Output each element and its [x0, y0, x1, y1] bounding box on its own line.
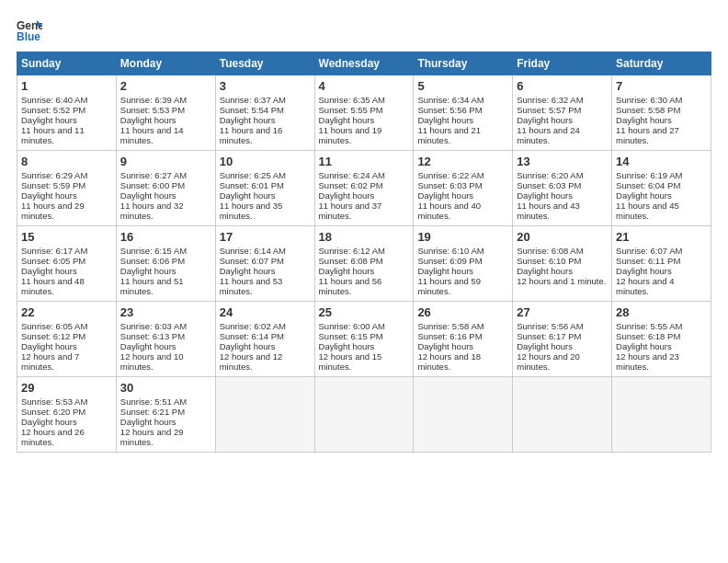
sunrise: Sunrise: 6:32 AM [517, 95, 583, 105]
daylight-label: Daylight hours [616, 341, 672, 351]
day-number: 4 [319, 79, 410, 93]
day-cell: 13Sunrise: 6:20 AMSunset: 6:03 PMDayligh… [513, 151, 612, 226]
day-number: 26 [417, 305, 508, 319]
day-number: 24 [220, 305, 311, 319]
day-cell: 27Sunrise: 5:56 AMSunset: 6:17 PMDayligh… [513, 302, 612, 377]
daylight-value: 11 hours and 29 minutes. [21, 201, 85, 221]
daylight-value: 12 hours and 7 minutes. [21, 351, 79, 372]
logo: General Blue [17, 17, 46, 42]
sunset: Sunset: 6:05 PM [21, 256, 85, 266]
day-cell: 24Sunrise: 6:02 AMSunset: 6:14 PMDayligh… [215, 302, 314, 377]
daylight-label: Daylight hours [417, 266, 473, 276]
daylight-label: Daylight hours [120, 341, 176, 351]
sunset: Sunset: 6:18 PM [616, 331, 680, 341]
daylight-value: 12 hours and 10 minutes. [120, 351, 184, 372]
page: General Blue SundayMondayTuesdayWednesda… [0, 0, 728, 563]
day-number: 29 [21, 381, 112, 395]
header-tuesday: Tuesday [215, 52, 314, 75]
day-number: 30 [120, 381, 211, 395]
daylight-label: Daylight hours [21, 190, 77, 201]
day-number: 12 [417, 155, 508, 168]
sunset: Sunset: 5:54 PM [220, 105, 284, 115]
daylight-value: 11 hours and 45 minutes. [616, 201, 679, 221]
day-number: 22 [21, 305, 112, 319]
day-number: 21 [616, 230, 707, 244]
daylight-value: 11 hours and 48 minutes. [21, 276, 85, 296]
day-cell: 23Sunrise: 6:03 AMSunset: 6:13 PMDayligh… [116, 302, 215, 377]
sunrise: Sunrise: 5:56 AM [517, 321, 583, 331]
sunset: Sunset: 6:11 PM [616, 256, 680, 266]
day-cell: 25Sunrise: 6:00 AMSunset: 6:15 PMDayligh… [314, 302, 414, 377]
daylight-label: Daylight hours [21, 417, 77, 427]
day-cell: 21Sunrise: 6:07 AMSunset: 6:11 PMDayligh… [612, 226, 711, 302]
day-cell: 22Sunrise: 6:05 AMSunset: 6:12 PMDayligh… [17, 302, 117, 377]
sunset: Sunset: 6:13 PM [120, 331, 185, 341]
sunrise: Sunrise: 6:20 AM [517, 170, 583, 180]
sunrise: Sunrise: 5:55 AM [616, 321, 682, 331]
day-number: 27 [517, 305, 608, 319]
day-number: 8 [21, 155, 112, 168]
daylight-label: Daylight hours [319, 115, 375, 125]
day-cell: 6Sunrise: 6:32 AMSunset: 5:57 PMDaylight… [513, 75, 612, 151]
daylight-label: Daylight hours [517, 266, 573, 276]
daylight-label: Daylight hours [319, 190, 375, 201]
sunset: Sunset: 6:12 PM [21, 331, 85, 341]
daylight-label: Daylight hours [319, 266, 375, 276]
daylight-value: 11 hours and 53 minutes. [220, 276, 283, 296]
sunset: Sunset: 6:15 PM [319, 331, 383, 341]
sunset: Sunset: 6:10 PM [517, 256, 581, 266]
day-number: 23 [120, 305, 211, 319]
day-cell: 30Sunrise: 5:51 AMSunset: 6:21 PMDayligh… [116, 377, 215, 453]
daylight-label: Daylight hours [120, 266, 176, 276]
sunrise: Sunrise: 6:03 AM [120, 321, 187, 331]
daylight-label: Daylight hours [220, 266, 276, 276]
day-number: 6 [517, 79, 608, 93]
daylight-value: 11 hours and 27 minutes. [616, 125, 679, 145]
day-cell: 18Sunrise: 6:12 AMSunset: 6:08 PMDayligh… [314, 226, 414, 302]
header-saturday: Saturday [612, 52, 711, 75]
day-number: 14 [616, 155, 707, 168]
day-number: 17 [220, 230, 311, 244]
sunset: Sunset: 5:55 PM [319, 105, 383, 115]
daylight-value: 11 hours and 43 minutes. [517, 201, 580, 221]
daylight-value: 12 hours and 29 minutes. [120, 427, 184, 447]
daylight-value: 11 hours and 51 minutes. [120, 276, 184, 296]
daylight-label: Daylight hours [517, 190, 573, 201]
sunset: Sunset: 6:02 PM [319, 180, 383, 190]
daylight-value: 11 hours and 35 minutes. [220, 201, 283, 221]
day-cell: 12Sunrise: 6:22 AMSunset: 6:03 PMDayligh… [414, 151, 513, 226]
daylight-value: 11 hours and 59 minutes. [417, 276, 481, 296]
sunrise: Sunrise: 6:00 AM [319, 321, 385, 331]
daylight-label: Daylight hours [220, 341, 276, 351]
daylight-label: Daylight hours [220, 115, 276, 125]
day-cell: 17Sunrise: 6:14 AMSunset: 6:07 PMDayligh… [215, 226, 314, 302]
daylight-value: 11 hours and 11 minutes. [21, 125, 85, 145]
day-cell: 2Sunrise: 6:39 AMSunset: 5:53 PMDaylight… [116, 75, 215, 151]
day-number: 28 [616, 305, 707, 319]
week-row-4: 22Sunrise: 6:05 AMSunset: 6:12 PMDayligh… [17, 302, 711, 377]
header: General Blue [17, 17, 711, 42]
day-number: 2 [120, 79, 211, 93]
sunrise: Sunrise: 6:19 AM [616, 170, 682, 180]
header-monday: Monday [116, 52, 215, 75]
day-number: 16 [120, 230, 211, 244]
daylight-label: Daylight hours [417, 115, 473, 125]
sunrise: Sunrise: 6:15 AM [120, 246, 187, 256]
sunrise: Sunrise: 6:25 AM [220, 170, 286, 180]
day-cell: 8Sunrise: 6:29 AMSunset: 5:59 PMDaylight… [17, 151, 117, 226]
day-number: 15 [21, 230, 112, 244]
week-row-3: 15Sunrise: 6:17 AMSunset: 6:05 PMDayligh… [17, 226, 711, 302]
sunrise: Sunrise: 6:27 AM [120, 170, 187, 180]
daylight-value: 11 hours and 40 minutes. [417, 201, 481, 221]
day-cell: 1Sunrise: 6:40 AMSunset: 5:52 PMDaylight… [17, 75, 117, 151]
day-cell [215, 377, 314, 453]
sunrise: Sunrise: 6:40 AM [21, 95, 87, 105]
sunrise: Sunrise: 5:53 AM [21, 396, 87, 407]
sunrise: Sunrise: 6:30 AM [616, 95, 682, 105]
sunset: Sunset: 6:00 PM [120, 180, 185, 190]
daylight-value: 11 hours and 14 minutes. [120, 125, 184, 145]
sunset: Sunset: 5:58 PM [616, 105, 680, 115]
day-number: 11 [319, 155, 410, 168]
sunrise: Sunrise: 6:02 AM [220, 321, 286, 331]
sunset: Sunset: 6:03 PM [517, 180, 581, 190]
